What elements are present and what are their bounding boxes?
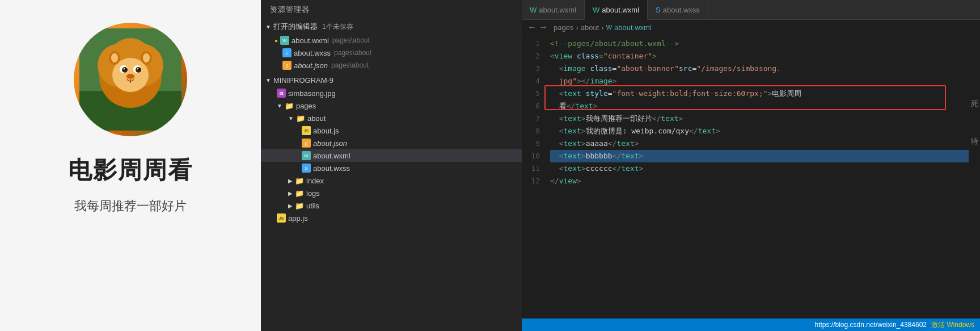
right-overflow-chars: 死 特 (969, 35, 980, 319)
tab-about-wxml-1[interactable]: W about.wxml (522, 0, 585, 20)
open-file-about-wxss[interactable]: S about.wxss pages\about (261, 47, 522, 59)
folder-icon-logs: 📁 (295, 188, 304, 198)
folder-arrow-logs: ▶ (288, 190, 293, 196)
open-editors-badge: 1个未保存 (322, 22, 353, 32)
overflow-char-1: 死 (971, 98, 978, 110)
folder-name-index: index (306, 177, 324, 185)
line-num-7: 7 (522, 112, 540, 125)
json-icon: {} (282, 61, 292, 70)
code-line-10: <text>bbbbbb</text> (550, 150, 969, 162)
code-content[interactable]: <!--pages/about/about.wxml--> <view clas… (544, 35, 969, 319)
line-num-8: 8 (522, 125, 540, 137)
line-num-12: 12 (522, 175, 540, 187)
open-file-about-wxml[interactable]: ● W about.wxml pages\about (261, 34, 522, 47)
line-num-10: 10 (522, 150, 540, 162)
folder-arrow-about: ▼ (288, 115, 294, 121)
folder-index[interactable]: ▶ 📁 index (261, 174, 522, 187)
line-numbers: 1 2 3 4 5 6 7 8 9 10 11 12 (522, 35, 544, 319)
svg-point-16 (127, 74, 134, 78)
folder-name-about: about (307, 114, 326, 123)
open-file-path-1: pages\about (332, 36, 370, 44)
wxml-icon-about: W (302, 151, 311, 160)
file-name-app-js: app.js (288, 214, 308, 223)
open-editors-label: 打开的编辑器 (273, 22, 318, 32)
code-line-5: <text style="font-weight:bold;font-size:… (550, 87, 969, 100)
code-line-2: <view class="container"> (550, 50, 969, 62)
code-line-4: jpg"></image> (550, 75, 969, 87)
open-file-name-2: about.wxss (294, 49, 331, 57)
code-line-3: <image class="about-banner"src="/images/… (550, 62, 969, 75)
project-section[interactable]: ▼ MINIPROGRAM-9 (261, 74, 522, 87)
json-icon-about: {} (302, 139, 311, 148)
tab-wxml-icon-2: W (593, 6, 599, 14)
tab-label-1: about.wxml (539, 6, 576, 14)
code-line-1: <!--pages/about/about.wxml--> (550, 37, 969, 50)
line-num-5: 5 (522, 87, 540, 100)
code-editor[interactable]: 1 2 3 4 5 6 7 8 9 10 11 12 <!--pages/abo… (522, 35, 980, 319)
preview-panel: 电影周周看 我每周推荐一部好片 (0, 0, 261, 331)
project-arrow-icon: ▼ (265, 77, 271, 83)
app-title: 电影周周看 (68, 154, 193, 186)
js-icon-app: JS (277, 213, 286, 223)
tab-label-3: about.wxss (663, 6, 700, 14)
breadcrumb-about: about (581, 23, 599, 32)
avatar (74, 23, 187, 136)
file-simbasong[interactable]: 🖼 simbasong.jpg (261, 87, 522, 99)
tab-about-wxml-2[interactable]: W about.wxml (585, 0, 648, 20)
editor-panel: W about.wxml W about.wxml S about.wxss ←… (522, 0, 980, 331)
folder-arrow-pages: ▼ (277, 103, 282, 109)
breadcrumb-back-icon[interactable]: ← (527, 22, 537, 32)
open-file-name-3: about.json (294, 61, 328, 70)
code-line-12: </view> (550, 175, 969, 187)
explorer-panel: 资源管理器 ▼ 打开的编辑器 1个未保存 ● W about.wxml page… (261, 0, 522, 331)
explorer-header: 资源管理器 (261, 0, 522, 19)
jpg-icon: 🖼 (277, 89, 286, 98)
code-line-11: <text>cccccc</text> (550, 162, 969, 175)
breadcrumb-file-icon: W (606, 24, 612, 31)
tab-about-wxss[interactable]: S about.wxss (648, 0, 708, 20)
folder-about[interactable]: ▼ 📁 about (261, 112, 522, 124)
folder-name-utils: utils (306, 202, 319, 210)
folder-logs[interactable]: ▶ 📁 logs (261, 187, 522, 199)
folder-arrow-utils: ▶ (288, 203, 293, 209)
overflow-char-2: 特 (971, 135, 978, 148)
svg-point-20 (143, 53, 150, 62)
folder-icon-about: 📁 (296, 114, 305, 123)
project-name: MINIPROGRAM-9 (273, 76, 333, 85)
status-bar: https://blog.csdn.net/weixin_4384602 激活 … (522, 319, 980, 331)
url-text: https://blog.csdn.net/weixin_4384602 (815, 321, 927, 329)
folder-icon-utils: 📁 (295, 201, 304, 210)
tab-wxss-icon: S (656, 6, 661, 14)
open-editors-section[interactable]: ▼ 打开的编辑器 1个未保存 (261, 19, 522, 34)
editor-tabs: W about.wxml W about.wxml S about.wxss (522, 0, 980, 20)
tab-wxml-icon-1: W (530, 6, 537, 14)
svg-point-18 (111, 53, 118, 62)
folder-icon-pages: 📁 (285, 101, 294, 110)
file-about-wxml-tree[interactable]: W about.wxml (261, 149, 522, 162)
code-line-9: <text>aaaaa</text> (550, 137, 969, 150)
file-name-about-json: about.json (313, 139, 347, 148)
folder-utils[interactable]: ▶ 📁 utils (261, 199, 522, 212)
code-line-8: <text>我的微博是: weibp.com/qxy</text> (550, 125, 969, 137)
folder-arrow-index: ▶ (288, 178, 293, 184)
open-file-about-json[interactable]: {} about.json pages\about (261, 59, 522, 72)
breadcrumb-forward-icon[interactable]: → (539, 22, 548, 32)
svg-point-13 (124, 68, 125, 70)
line-num-2: 2 (522, 50, 540, 62)
file-about-wxss-tree[interactable]: S about.wxss (261, 162, 522, 174)
app-subtitle: 我每周推荐一部好片 (74, 198, 187, 215)
line-num-6: 6 (522, 100, 540, 112)
svg-point-14 (137, 68, 139, 70)
file-about-json-tree[interactable]: {} about.json (261, 137, 522, 149)
file-name-about-js: about.js (313, 127, 339, 135)
breadcrumb: ← → pages › about › W about.wxml (522, 20, 980, 35)
line-num-11: 11 (522, 162, 540, 175)
open-file-name-1: about.wxml (292, 36, 329, 45)
folder-pages[interactable]: ▼ 📁 pages (261, 99, 522, 112)
file-app-js[interactable]: JS app.js (261, 212, 522, 224)
folder-icon-index: 📁 (295, 176, 304, 185)
breadcrumb-file: W about.wxml (606, 23, 652, 32)
file-about-js[interactable]: JS about.js (261, 124, 522, 137)
wxss-icon: S (282, 48, 292, 57)
line-num-3: 3 (522, 62, 540, 75)
